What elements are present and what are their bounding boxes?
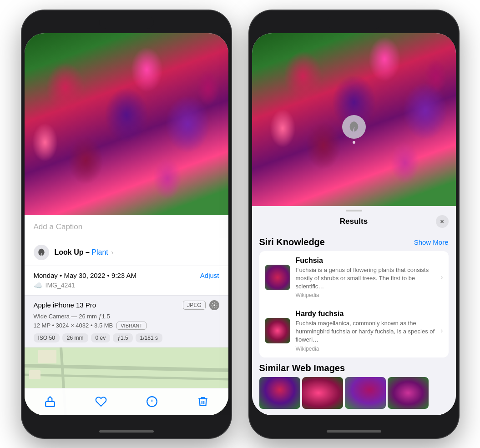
settings-icon[interactable] bbox=[209, 300, 219, 310]
svg-point-0 bbox=[213, 304, 215, 306]
result-item-hardy-fuchsia[interactable]: Hardy fuchsia Fuchsia magellanica, commo… bbox=[259, 304, 449, 357]
similar-image-1[interactable] bbox=[259, 377, 300, 409]
results-panel: Results × Siri Knowledge Show More bbox=[252, 206, 456, 415]
meta-date-row: Monday • May 30, 2022 • 9:23 AM Adjust bbox=[34, 272, 219, 279]
photo-display-2 bbox=[252, 33, 456, 206]
hardy-chevron: › bbox=[440, 327, 443, 335]
device-row: Apple iPhone 13 Pro JPEG bbox=[34, 300, 219, 310]
share-button[interactable] bbox=[40, 392, 60, 412]
file-info: 12 MP • 3024 × 4032 • 3.5 MB bbox=[34, 322, 113, 329]
similar-images-title: Similar Web Images bbox=[259, 363, 345, 373]
fuchsia-thumbnail bbox=[265, 265, 290, 290]
exif-shutter: 1/181 s bbox=[136, 333, 162, 342]
exif-focal: 26 mm bbox=[62, 333, 88, 342]
hardy-fuchsia-info: Hardy fuchsia Fuchsia magellanica, commo… bbox=[296, 310, 437, 352]
vibrant-badge: VIBRANT bbox=[116, 322, 147, 330]
lookup-label: Look Up – Plant › bbox=[55, 248, 113, 257]
adjust-button[interactable]: Adjust bbox=[200, 272, 219, 279]
caption-area[interactable]: Add a Caption bbox=[25, 215, 228, 239]
lookup-chevron: › bbox=[111, 249, 113, 256]
exif-ev: 0 ev bbox=[91, 333, 111, 342]
hardy-fuchsia-name: Hardy fuchsia bbox=[296, 310, 437, 318]
show-more-button[interactable]: Show More bbox=[414, 238, 449, 246]
fuchsia-name: Fuchsia bbox=[296, 257, 437, 265]
device-name: Apple iPhone 13 Pro bbox=[34, 301, 96, 309]
phone-2: Results × Siri Knowledge Show More bbox=[249, 10, 459, 438]
hardy-thumb-image bbox=[265, 318, 290, 343]
results-header: Results × bbox=[252, 211, 456, 232]
screen-2: Results × Siri Knowledge Show More bbox=[252, 33, 456, 415]
similar-web-images-section: Similar Web Images bbox=[259, 363, 449, 409]
result-card: Fuchsia Fuchsia is a genus of flowering … bbox=[259, 251, 449, 357]
hardy-fuchsia-source: Wikipedia bbox=[296, 346, 437, 352]
fuchsia-thumb-image bbox=[265, 265, 290, 290]
caption-placeholder[interactable]: Add a Caption bbox=[34, 222, 83, 231]
lookup-icon bbox=[34, 245, 49, 260]
favorite-button[interactable] bbox=[91, 392, 111, 412]
screen-1: Add a Caption Look Up – Plant › Mond bbox=[25, 33, 228, 415]
fuchsia-source: Wikipedia bbox=[296, 292, 437, 298]
home-indicator-2 bbox=[327, 430, 381, 433]
visual-lookup-dot bbox=[353, 141, 355, 144]
similar-images-header: Similar Web Images bbox=[259, 363, 449, 373]
meta-section: Monday • May 30, 2022 • 9:23 AM Adjust ☁… bbox=[25, 266, 228, 296]
file-details: 12 MP • 3024 × 4032 • 3.5 MB VIBRANT bbox=[34, 322, 219, 330]
fuchsia-desc: Fuchsia is a genus of flowering plants t… bbox=[296, 266, 437, 291]
siri-knowledge-title: Siri Knowledge bbox=[259, 237, 325, 247]
meta-filename-row: ☁️ IMG_4241 bbox=[34, 281, 219, 290]
leaf-icon bbox=[37, 248, 46, 257]
visual-lookup-icon bbox=[348, 121, 360, 133]
filename: IMG_4241 bbox=[45, 282, 75, 289]
flower-image-1 bbox=[25, 33, 228, 215]
meta-date: Monday • May 30, 2022 • 9:23 AM bbox=[34, 272, 136, 279]
result-item-fuchsia[interactable]: Fuchsia Fuchsia is a genus of flowering … bbox=[259, 251, 449, 305]
delete-button[interactable] bbox=[193, 392, 213, 412]
device-section: Apple iPhone 13 Pro JPEG Wide Camera — 2… bbox=[25, 296, 228, 347]
badge-row: JPEG bbox=[183, 300, 219, 310]
hardy-fuchsia-desc: Fuchsia magellanica, commonly known as t… bbox=[296, 319, 437, 344]
home-indicator-1 bbox=[99, 430, 154, 433]
exif-aperture: ƒ1.5 bbox=[113, 333, 132, 342]
svg-rect-7 bbox=[45, 402, 55, 407]
info-button[interactable] bbox=[142, 392, 162, 412]
similar-image-2[interactable] bbox=[302, 377, 343, 409]
camera-details: Wide Camera — 26 mm ƒ1.5 bbox=[34, 313, 219, 320]
similar-images-row[interactable] bbox=[259, 377, 449, 409]
cloud-icon: ☁️ bbox=[34, 281, 43, 290]
lookup-subject[interactable]: Plant bbox=[91, 248, 108, 256]
notch-1 bbox=[99, 16, 154, 29]
svg-rect-6 bbox=[29, 370, 40, 379]
similar-image-3[interactable] bbox=[345, 377, 386, 409]
svg-rect-5 bbox=[38, 350, 56, 363]
fuchsia-info: Fuchsia Fuchsia is a genus of flowering … bbox=[296, 257, 437, 299]
notch-2 bbox=[327, 16, 381, 29]
phone-1: Add a Caption Look Up – Plant › Mond bbox=[22, 10, 231, 438]
phones-container: Add a Caption Look Up – Plant › Mond bbox=[13, 1, 468, 447]
siri-knowledge-header: Siri Knowledge Show More bbox=[259, 237, 449, 247]
close-button[interactable]: × bbox=[436, 215, 449, 228]
results-content[interactable]: Siri Knowledge Show More Fuchsia Fuchsia… bbox=[252, 232, 456, 415]
format-badge: JPEG bbox=[183, 301, 205, 310]
hardy-fuchsia-thumbnail bbox=[265, 318, 290, 343]
similar-image-4[interactable] bbox=[388, 377, 429, 409]
fuchsia-chevron: › bbox=[440, 273, 443, 282]
lookup-row[interactable]: Look Up – Plant › bbox=[25, 239, 228, 266]
exif-row: ISO 50 26 mm 0 ev ƒ1.5 1/181 s bbox=[34, 333, 219, 342]
visual-lookup-button[interactable] bbox=[342, 115, 366, 139]
photo-display-1 bbox=[25, 33, 228, 215]
exif-iso: ISO 50 bbox=[34, 333, 60, 342]
toolbar-1 bbox=[25, 388, 228, 415]
lookup-bold: Look Up – bbox=[55, 248, 90, 256]
results-title: Results bbox=[272, 217, 436, 226]
